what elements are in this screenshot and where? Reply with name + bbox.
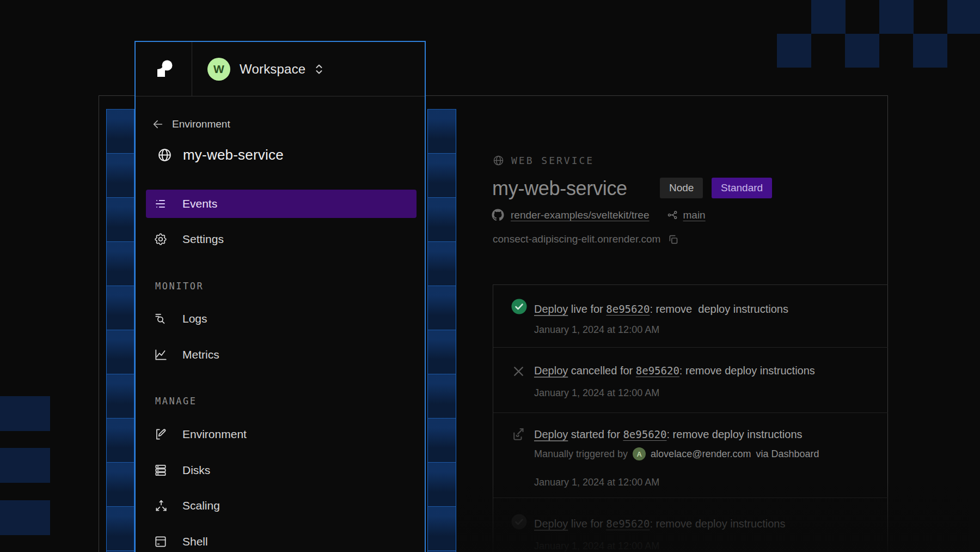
sidebar-item-label: Settings (182, 233, 224, 246)
deploy-link[interactable]: Deploy (534, 365, 568, 377)
decor-square (879, 0, 914, 34)
event-timestamp: January 1, 2024 at 12:00 AM (534, 541, 659, 552)
arrow-left-icon (152, 118, 164, 130)
render-logo[interactable] (136, 42, 192, 96)
service-url-link[interactable]: consect-adipiscing-elit.onrender.com (493, 233, 660, 245)
events-list-icon (154, 197, 168, 211)
sidebar-section-monitor: MONITOR (155, 281, 204, 292)
event-text: live for (568, 303, 606, 315)
runtime-badge: Node (660, 178, 703, 198)
trigger-suffix: via Dashboard (756, 448, 819, 460)
sidebar-item-label: Logs (182, 312, 207, 325)
gear-icon (154, 232, 168, 246)
shell-terminal-icon (154, 535, 168, 549)
event-text: started for (568, 428, 623, 440)
sidebar-item-settings[interactable]: Settings (146, 225, 416, 253)
user-avatar: A (633, 447, 646, 460)
event-text: : remove deploy instructions (650, 303, 788, 315)
render-dashboard: { "workspace": { "label": "Workspace", "… (0, 0, 980, 552)
event-timestamp: January 1, 2024 at 12:00 AM (534, 324, 659, 336)
service-name-row: my-web-service (157, 141, 284, 169)
deploy-link[interactable]: Deploy (534, 303, 568, 315)
deploy-cancelled-icon (511, 363, 526, 379)
workspace-name: Workspace (240, 62, 305, 77)
deploy-success-icon (511, 513, 528, 530)
sidebar-item-scaling[interactable]: Scaling (146, 492, 416, 520)
sidebar-item-events[interactable]: Events (146, 190, 416, 218)
branch-link[interactable]: main (683, 209, 706, 221)
sidebar-header: W Workspace (136, 42, 425, 96)
decor-square (777, 34, 811, 68)
sidebar-item-label: Scaling (182, 499, 220, 512)
sidebar-item-label: Environment (182, 428, 247, 441)
deploy-success-icon (511, 298, 528, 315)
chevron-updown-icon (314, 63, 324, 76)
repo-link[interactable]: render-examples/sveltekit/tree (511, 209, 650, 221)
commit-link[interactable]: 8e95620 (636, 365, 679, 377)
events-list: Deploy live for 8e95620: remove deploy i… (493, 284, 888, 552)
decor-square (0, 396, 50, 431)
service-url-row: consect-adipiscing-elit.onrender.com (493, 233, 679, 245)
repo-row: render-examples/sveltekit/tree main (492, 209, 706, 221)
back-label: Environment (172, 118, 230, 130)
event-row-deploy-live-faded: Deploy live for 8e95620: remove deploy i… (493, 498, 888, 552)
environment-edit-icon (154, 427, 168, 441)
logs-search-icon (154, 312, 168, 326)
sidebar-item-disks[interactable]: Disks (146, 456, 416, 484)
event-title: Deploy cancelled for 8e95620: remove dep… (534, 365, 815, 377)
sidebar: W Workspace Environment my-web-service (134, 41, 426, 552)
back-to-environment[interactable]: Environment (152, 118, 230, 130)
service-name: my-web-service (183, 147, 284, 163)
commit-link[interactable]: 8e95620 (623, 428, 666, 440)
globe-icon (157, 148, 172, 162)
decor-square (947, 0, 980, 34)
deploy-link[interactable]: Deploy (534, 518, 568, 530)
sidebar-section-manage: MANAGE (155, 396, 197, 407)
trigger-prefix: Manually triggered by (534, 448, 628, 460)
copy-icon[interactable] (667, 234, 679, 245)
commit-link[interactable]: 8e95620 (606, 518, 650, 530)
decor-square (913, 34, 947, 68)
sidebar-item-shell[interactable]: Shell (146, 527, 416, 552)
deploy-link[interactable]: Deploy (534, 428, 568, 440)
decor-square (0, 500, 50, 535)
trigger-user-email: alovelace@render.com (651, 448, 751, 460)
workspace-avatar: W (207, 58, 230, 81)
github-icon (492, 209, 504, 221)
decor-square (0, 448, 50, 483)
event-title: Deploy started for 8e95620: remove deplo… (534, 428, 803, 441)
sidebar-item-environment[interactable]: Environment (146, 420, 416, 448)
deploy-started-icon (511, 426, 527, 442)
disks-stack-icon (154, 463, 168, 477)
globe-icon (493, 155, 504, 166)
event-row-deploy-cancelled: Deploy cancelled for 8e95620: remove dep… (493, 348, 888, 413)
sidebar-item-metrics[interactable]: Metrics (146, 341, 416, 369)
workspace-selector[interactable]: W Workspace (192, 42, 324, 96)
git-branch-icon (667, 209, 678, 221)
decor-grid-strip-right (427, 109, 456, 552)
service-type-row: WEB SERVICE (493, 155, 594, 166)
plan-badge: Standard (712, 178, 772, 198)
metrics-chart-icon (154, 348, 168, 362)
event-title: Deploy live for 8e95620: remove deploy i… (534, 303, 788, 316)
event-row-deploy-live: Deploy live for 8e95620: remove deploy i… (493, 285, 888, 348)
decor-grid-strip-left (106, 109, 134, 552)
service-type-label: WEB SERVICE (511, 155, 594, 166)
sidebar-item-label: Metrics (182, 348, 219, 361)
sidebar-item-label: Disks (182, 464, 210, 477)
sidebar-item-logs[interactable]: Logs (146, 305, 416, 333)
event-timestamp: January 1, 2024 at 12:00 AM (534, 387, 659, 399)
event-text: live for (568, 518, 606, 530)
event-row-deploy-started: Deploy started for 8e95620: remove deplo… (493, 413, 888, 498)
sidebar-item-label: Shell (182, 535, 208, 548)
event-title: Deploy live for 8e95620: remove deploy i… (534, 518, 785, 530)
scaling-arrows-icon (154, 499, 168, 513)
event-timestamp: January 1, 2024 at 12:00 AM (534, 477, 659, 488)
decor-square (845, 34, 879, 68)
commit-link[interactable]: 8e95620 (606, 303, 650, 315)
event-text: cancelled for (568, 365, 636, 377)
event-trigger-line: Manually triggered by A alovelace@render… (534, 447, 819, 460)
event-text: : remove deploy instructions (650, 518, 785, 530)
event-text: : remove deploy instructions (667, 428, 803, 440)
event-text: : remove deploy instructions (679, 365, 815, 377)
